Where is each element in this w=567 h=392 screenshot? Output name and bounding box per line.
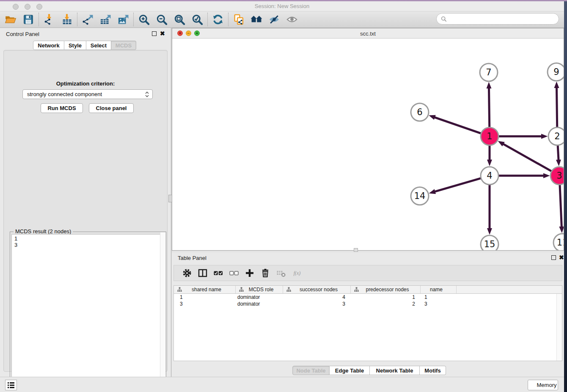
open-file-icon: [5, 14, 17, 25]
optimization-select[interactable]: strongly connected component: [22, 89, 153, 99]
graph-node-4[interactable]: [481, 167, 498, 185]
tab-network[interactable]: Network: [33, 41, 64, 50]
tab-edge-table[interactable]: Edge Table: [330, 366, 370, 375]
cell-shared-name[interactable]: 1: [174, 294, 236, 301]
tab-motifs[interactable]: Motifs: [420, 366, 446, 375]
run-mcds-button[interactable]: Run MCDS: [41, 103, 83, 113]
tab-node-table[interactable]: Node Table: [292, 366, 330, 375]
column-label: shared name: [182, 287, 235, 293]
column-label: MCDS role: [244, 287, 283, 293]
select-all-checks-button[interactable]: [210, 266, 226, 280]
show-all-button[interactable]: [283, 12, 301, 27]
mcds-result-text[interactable]: 1 3: [11, 234, 165, 391]
horizontal-splitter-grip[interactable]: [354, 248, 358, 252]
zoom-selected-button[interactable]: [188, 12, 206, 27]
delete-table-icon: [276, 268, 286, 278]
delete-column-icon: [260, 268, 270, 278]
tab-style[interactable]: Style: [64, 41, 86, 50]
column-label: successor nodes: [291, 287, 350, 293]
cell-name[interactable]: 1: [421, 294, 457, 301]
status-bar: Memory: [0, 377, 564, 392]
column-header-successor-nodes[interactable]: successor nodes: [283, 286, 351, 293]
task-history-button[interactable]: [5, 380, 17, 390]
deselect-all-checks-button[interactable]: [226, 266, 242, 280]
graph-node-2[interactable]: [548, 127, 564, 145]
edge-3-11[interactable]: [560, 184, 562, 227]
graph-node-15[interactable]: [481, 235, 498, 250]
graph-node-7[interactable]: [480, 63, 498, 81]
export-table-button[interactable]: [96, 12, 114, 27]
table-row-2[interactable]: 3dominator323: [174, 301, 562, 307]
hide-selected-icon: [268, 14, 280, 25]
refresh-layout-button[interactable]: [209, 12, 227, 27]
network-canvas[interactable]: 1234678910111415: [172, 39, 564, 250]
toolbar-separator: [228, 13, 228, 26]
graph-node-6[interactable]: [411, 103, 429, 121]
export-image-button[interactable]: [114, 12, 132, 27]
table-panel-title: Table Panel: [178, 255, 206, 261]
edge-1-6[interactable]: [435, 117, 482, 134]
column-label: name: [421, 287, 456, 293]
column-header-shared-name[interactable]: shared name: [174, 286, 236, 293]
search-input[interactable]: [449, 16, 554, 22]
tab-network-table[interactable]: Network Table: [370, 366, 420, 375]
control-panel-close-button[interactable]: ✖: [160, 30, 165, 37]
table-row-1[interactable]: 1dominator411: [174, 294, 562, 301]
cell-predecessor-nodes[interactable]: 2: [351, 301, 421, 307]
tab-mcds[interactable]: MCDS: [111, 41, 136, 50]
window-titlebar[interactable]: Session: New Session: [0, 1, 564, 11]
close-panel-button[interactable]: Close panel: [89, 103, 134, 113]
graph-node-9[interactable]: [548, 63, 564, 81]
edge-4-14[interactable]: [435, 178, 482, 191]
table-panel-float-button[interactable]: [551, 255, 556, 260]
graph-node-11[interactable]: [553, 234, 564, 250]
edge-1-7[interactable]: [489, 88, 489, 128]
cell-predecessor-nodes[interactable]: 1: [351, 294, 421, 301]
search-field[interactable]: [436, 13, 559, 25]
graph-node-3[interactable]: [550, 167, 564, 185]
clone-network-button[interactable]: [230, 12, 248, 27]
edge-2-9[interactable]: [556, 88, 557, 128]
delete-column-button[interactable]: [257, 266, 273, 280]
column-header-predecessor-nodes[interactable]: predecessor nodes: [351, 286, 421, 293]
memory-button[interactable]: Memory: [528, 380, 558, 390]
optimization-criterion-label: Optimization criterion:: [4, 80, 167, 87]
table-scrollbar[interactable]: [556, 294, 562, 361]
control-panel-float-button[interactable]: [152, 31, 157, 36]
cell-successor-nodes[interactable]: 4: [283, 294, 351, 301]
cell-successor-nodes[interactable]: 3: [283, 301, 351, 307]
table-panel-close-button[interactable]: ✖: [559, 254, 564, 261]
graph-node-14[interactable]: [411, 187, 429, 205]
mcds-result-scrollbar[interactable]: [160, 232, 165, 388]
import-table-button[interactable]: [58, 12, 76, 27]
zoom-fit-button[interactable]: [171, 12, 188, 27]
open-file-button[interactable]: [2, 12, 19, 27]
zoom-in-button[interactable]: [135, 12, 153, 27]
graph-node-1[interactable]: [481, 127, 498, 145]
hide-selected-button[interactable]: [265, 12, 283, 27]
add-column-icon: [245, 268, 255, 278]
network-window-titlebar[interactable]: × − + scc.txt: [172, 28, 564, 39]
add-column-button[interactable]: [242, 266, 257, 280]
zoom-out-button[interactable]: [153, 12, 171, 27]
split-columns-button[interactable]: [195, 266, 210, 280]
cell-MCDS-role[interactable]: dominator: [236, 294, 283, 301]
import-network-button[interactable]: [40, 12, 58, 27]
cell-name[interactable]: 3: [421, 301, 457, 307]
toolbar-separator: [39, 13, 39, 26]
cell-shared-name[interactable]: 3: [174, 301, 236, 307]
save-session-button[interactable]: [19, 12, 37, 27]
import-network-icon: [43, 14, 55, 25]
export-table-icon: [99, 14, 111, 25]
zoom-fit-icon: [173, 14, 185, 25]
tab-select[interactable]: Select: [86, 41, 111, 50]
memory-status-icon: [529, 382, 535, 388]
edge-2-3[interactable]: [558, 144, 559, 160]
edge-3-1[interactable]: [503, 144, 552, 172]
first-neighbors-button[interactable]: [248, 12, 265, 27]
cell-MCDS-role[interactable]: dominator: [236, 301, 283, 307]
export-network-button[interactable]: [79, 12, 96, 27]
column-header-MCDS-role[interactable]: MCDS role: [236, 286, 283, 293]
settings-button[interactable]: [179, 266, 195, 280]
column-header-name[interactable]: name: [421, 286, 457, 293]
